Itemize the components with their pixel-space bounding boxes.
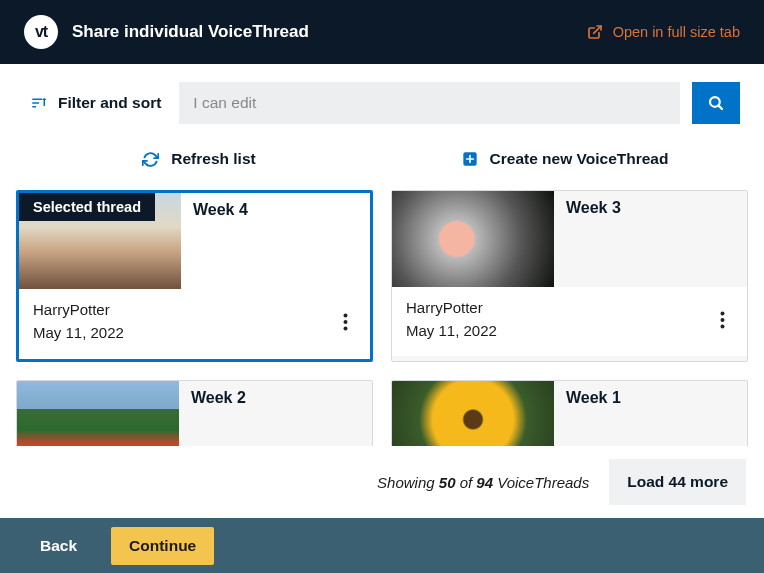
thread-menu-button[interactable]	[712, 307, 733, 333]
refresh-icon	[142, 151, 159, 168]
thread-title: Week 2	[191, 389, 360, 407]
open-full-tab-link[interactable]: Open in full size tab	[587, 24, 740, 40]
selected-badge: Selected thread	[19, 193, 155, 221]
refresh-list-button[interactable]: Refresh list	[16, 146, 382, 172]
filter-row: Filter and sort	[0, 64, 764, 142]
svg-point-5	[344, 320, 348, 324]
thread-title: Week 3	[566, 199, 735, 217]
kebab-icon	[720, 311, 725, 329]
thread-author: HarryPotter	[33, 299, 124, 322]
svg-point-4	[344, 313, 348, 317]
thread-card[interactable]: Week 1	[391, 380, 748, 450]
back-button[interactable]: Back	[24, 529, 93, 563]
search-button[interactable]	[692, 82, 740, 124]
continue-button[interactable]: Continue	[111, 527, 214, 565]
create-new-button[interactable]: Create new VoiceThread	[382, 146, 748, 172]
status-bar: Showing 50 of 94 VoiceThreads Load 44 mo…	[0, 446, 764, 518]
thread-date: May 11, 2022	[33, 322, 124, 345]
thread-meta: HarryPotter May 11, 2022	[33, 299, 124, 344]
card-title-wrap: Week 4	[181, 193, 370, 289]
filter-sort-button[interactable]: Filter and sort	[24, 88, 167, 118]
kebab-icon	[343, 313, 348, 331]
search-icon	[707, 94, 725, 112]
showing-total-num: 94	[476, 474, 493, 491]
svg-point-9	[721, 324, 725, 328]
action-row: Refresh list Create new VoiceThread	[0, 142, 764, 190]
thread-card[interactable]: Week 2	[16, 380, 373, 450]
refresh-label: Refresh list	[171, 150, 255, 168]
thread-thumbnail	[392, 191, 554, 287]
thread-thumbnail	[17, 381, 179, 450]
card-top: Week 2	[17, 381, 372, 450]
thread-thumbnail	[392, 381, 554, 450]
thread-title: Week 4	[193, 201, 358, 219]
card-top: Week 1	[392, 381, 747, 450]
card-title-wrap: Week 3	[554, 191, 747, 287]
header: vt Share individual VoiceThread Open in …	[0, 0, 764, 64]
svg-line-0	[593, 26, 600, 33]
filter-sort-label: Filter and sort	[58, 94, 161, 112]
thread-card[interactable]: Selected thread Week 4 HarryPotter May 1…	[16, 190, 373, 362]
footer: Back Continue	[0, 518, 764, 573]
thread-menu-button[interactable]	[335, 309, 356, 335]
svg-point-7	[721, 311, 725, 315]
vt-logo: vt	[24, 15, 58, 49]
svg-line-2	[718, 105, 722, 109]
thread-card[interactable]: Week 3 HarryPotter May 11, 2022	[391, 190, 748, 362]
thread-author: HarryPotter	[406, 297, 497, 320]
search-input[interactable]	[179, 82, 680, 124]
svg-point-8	[721, 318, 725, 322]
card-title-wrap: Week 1	[554, 381, 747, 450]
card-title-wrap: Week 2	[179, 381, 372, 450]
showing-prefix: Showing	[377, 474, 439, 491]
card-top: Week 3	[392, 191, 747, 287]
filter-sort-icon	[30, 94, 48, 112]
thread-grid: Selected thread Week 4 HarryPotter May 1…	[0, 190, 764, 450]
open-full-tab-label: Open in full size tab	[613, 24, 740, 40]
create-new-label: Create new VoiceThread	[490, 150, 669, 168]
page-title: Share individual VoiceThread	[72, 22, 309, 42]
external-link-icon	[587, 24, 603, 40]
showing-count-num: 50	[439, 474, 456, 491]
showing-count: Showing 50 of 94 VoiceThreads	[377, 474, 589, 491]
showing-suffix: VoiceThreads	[493, 474, 589, 491]
thread-meta: HarryPotter May 11, 2022	[406, 297, 497, 342]
thread-date: May 11, 2022	[406, 320, 497, 343]
thread-title: Week 1	[566, 389, 735, 407]
header-left: vt Share individual VoiceThread	[24, 15, 309, 49]
load-more-button[interactable]: Load 44 more	[609, 459, 746, 505]
card-footer: HarryPotter May 11, 2022	[19, 289, 370, 358]
plus-square-icon	[462, 151, 478, 167]
card-footer: HarryPotter May 11, 2022	[392, 287, 747, 356]
svg-point-6	[344, 326, 348, 330]
showing-of: of	[456, 474, 477, 491]
